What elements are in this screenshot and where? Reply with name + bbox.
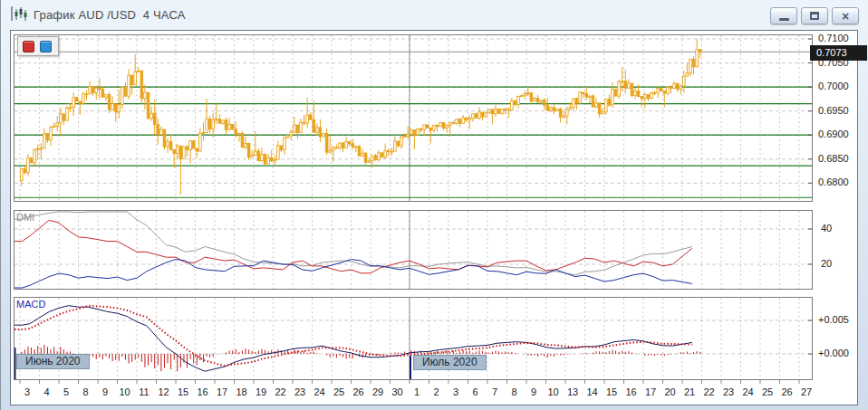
day-label: 15: [602, 386, 622, 397]
close-button[interactable]: ×: [832, 7, 859, 24]
day-label: 8: [76, 386, 96, 397]
red-indicator-button[interactable]: [23, 41, 34, 52]
window-title: График AUD /USD 4 ЧАСА: [34, 8, 186, 22]
day-label: 23: [719, 386, 738, 397]
day-label: 5: [56, 386, 76, 397]
day-label: 25: [757, 386, 777, 397]
day-label: 17: [641, 386, 661, 397]
month-label-july: Июль 2020: [413, 355, 487, 370]
macd-label: MACD: [16, 299, 45, 310]
day-label: 26: [349, 386, 369, 397]
restore-icon: [810, 12, 819, 20]
day-label: 17: [212, 386, 232, 397]
day-label: 7: [485, 386, 505, 397]
day-label: 16: [193, 386, 213, 397]
dmi-tick-label: 20: [821, 258, 832, 269]
day-label: 25: [329, 386, 349, 397]
day-label: 22: [271, 386, 291, 397]
day-label: 14: [583, 386, 603, 397]
price-tick-label: 0.6950: [818, 105, 849, 116]
day-label: 19: [251, 386, 271, 397]
chart-window: График AUD /USD 4 ЧАСА × DMI MACD Июнь 2…: [0, 0, 868, 410]
restore-button[interactable]: [801, 7, 828, 24]
day-label: 22: [699, 386, 719, 397]
day-label: 29: [368, 386, 388, 397]
price-tick-label: 0.6900: [818, 129, 849, 139]
day-label: 18: [232, 386, 252, 397]
day-label: 27: [796, 386, 816, 397]
current-price-badge: 0.7073: [810, 45, 867, 61]
chart-icon: [9, 5, 29, 24]
dmi-label: DMI: [16, 212, 34, 223]
title-bar[interactable]: График AUD /USD 4 ЧАСА ×: [1, 0, 868, 29]
day-label: 24: [738, 386, 758, 397]
dmi-tick-label: 40: [821, 223, 832, 234]
price-tick-label: 0.6850: [818, 153, 849, 164]
day-label: 15: [173, 386, 193, 397]
price-chart-canvas[interactable]: [14, 34, 813, 202]
month-label-june: Июнь 2020: [16, 354, 90, 369]
day-label: 2: [427, 386, 447, 397]
day-label: 3: [446, 386, 466, 397]
day-label: 8: [505, 386, 525, 397]
day-label: 30: [388, 386, 408, 397]
day-label: 21: [680, 386, 699, 397]
day-label: 20: [661, 386, 680, 397]
price-tick-label: 0.7100: [818, 33, 849, 43]
day-label: 3: [17, 386, 37, 397]
macd-tick-label: +0.005: [818, 314, 849, 325]
price-tick-label: 0.6800: [818, 176, 849, 187]
day-label: 10: [544, 386, 564, 397]
day-label: 1: [407, 386, 427, 397]
day-label: 16: [622, 386, 641, 397]
day-label: 9: [95, 386, 115, 397]
blue-indicator-button[interactable]: [40, 41, 52, 52]
price-tick-label: 0.7000: [818, 81, 849, 91]
chart-toolbar: [17, 36, 59, 56]
day-label: 13: [563, 386, 583, 397]
day-label: 26: [777, 386, 797, 397]
day-label: 11: [134, 386, 154, 397]
day-label: 4: [37, 386, 57, 397]
minimize-button[interactable]: [770, 7, 797, 24]
minimize-icon: [779, 18, 789, 21]
day-label: 6: [466, 386, 486, 397]
macd-tick-label: +0.000: [818, 348, 849, 358]
day-label: 24: [310, 386, 330, 397]
day-label: 12: [154, 386, 174, 397]
day-label: 23: [290, 386, 310, 397]
dmi-panel-canvas[interactable]: [14, 210, 813, 290]
day-label: 10: [115, 386, 135, 397]
day-label: 9: [524, 386, 544, 397]
close-icon: ×: [842, 10, 849, 23]
